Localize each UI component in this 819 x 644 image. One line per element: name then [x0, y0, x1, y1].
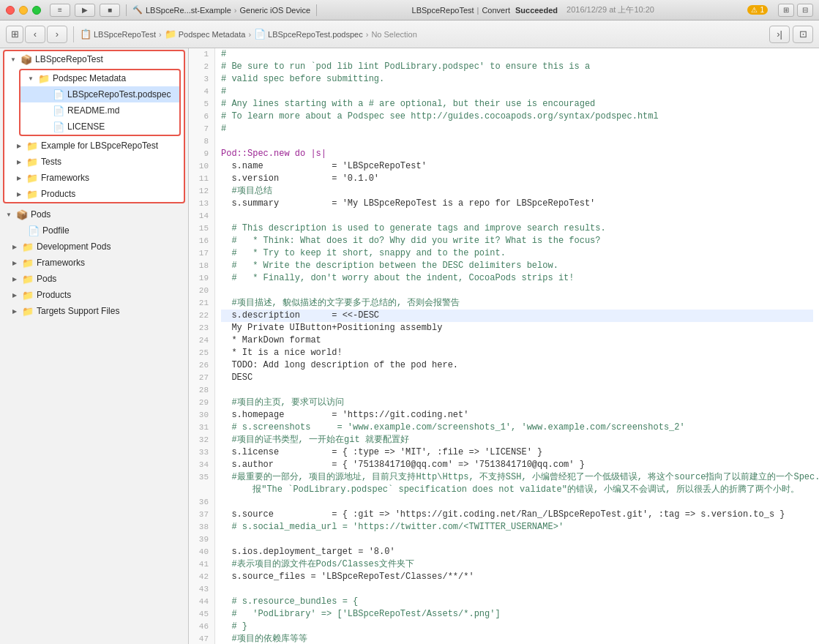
- right-panel-button[interactable]: ›|: [769, 26, 790, 43]
- code-line: 报"The `PodLibrary.podspec` specification…: [221, 484, 813, 496]
- code-line: * MarkDown format: [221, 334, 813, 347]
- pods2-label: Pods: [37, 274, 56, 284]
- products1-label: Products: [41, 189, 75, 199]
- code-line: [221, 285, 813, 297]
- products1-icon: 📁: [26, 189, 38, 200]
- breadcrumb-sep2: ›: [248, 30, 251, 39]
- code-line: #项目的主页, 要求可以访问: [221, 397, 813, 409]
- code-line: # s.social_media_url = 'https://twitter.…: [221, 521, 813, 533]
- inspector-panel-button[interactable]: ⊡: [793, 26, 813, 43]
- sidebar-item-podspec-file[interactable]: 📄 LBSpceRepoTest.podspec: [20, 86, 179, 102]
- nav-buttons[interactable]: ⊞ ‹ ›: [6, 26, 67, 43]
- code-line: #: [221, 86, 813, 98]
- file-icon: 📄: [254, 29, 266, 40]
- disclosure-pods2[interactable]: [10, 274, 19, 283]
- sidebar-toggle-button[interactable]: ≡: [50, 4, 70, 17]
- stop-button[interactable]: ■: [100, 4, 120, 17]
- disclosure-products1[interactable]: [15, 190, 23, 198]
- tests-folder-icon: 📁: [26, 157, 38, 168]
- code-line: s.license = { :type => 'MIT', :file => '…: [221, 446, 813, 459]
- breadcrumb-file[interactable]: 📄 LBSpceRepoTest.podspec: [254, 29, 363, 40]
- root-project-group: 📦 LBSpceRepoTest 📁 Podspec Metadata 📄 LB…: [3, 50, 185, 203]
- breadcrumb-sep1: ›: [159, 30, 162, 39]
- run-button[interactable]: ▶: [75, 4, 95, 17]
- warning-badge[interactable]: ⚠ 1: [747, 5, 768, 15]
- disclosure-podspec-meta[interactable]: [26, 74, 35, 83]
- sidebar-item-frameworks1[interactable]: 📁 Frameworks: [4, 170, 184, 186]
- code-line: DESC: [221, 372, 813, 384]
- pods-root-label: Pods: [31, 209, 51, 220]
- sidebar-item-example[interactable]: 📁 Example for LBSpceRepoTest: [4, 138, 184, 154]
- pods2-icon: 📁: [22, 274, 34, 285]
- code-line: #项目的依赖库等等: [221, 633, 813, 644]
- sidebar-item-readme[interactable]: 📄 README.md: [20, 102, 179, 119]
- minimize-button[interactable]: [19, 6, 28, 15]
- sidebar-item-podspec-metadata[interactable]: 📁 Podspec Metadata: [20, 70, 179, 86]
- code-line: # This description is used to generate t…: [221, 222, 813, 235]
- code-line: #最重要的一部分, 项目的源地址, 目前只支持Http\Https, 不支持SS…: [221, 471, 813, 484]
- tests-label: Tests: [41, 157, 61, 167]
- separator2: [316, 4, 317, 16]
- disclosure-dev-pods[interactable]: [10, 242, 19, 251]
- code-line: # To learn more about a Podspec see http…: [221, 111, 813, 123]
- breadcrumb-scheme[interactable]: 📋 LBSpceRepoTest: [80, 29, 156, 40]
- readme-icon: 📄: [53, 105, 64, 116]
- close-button[interactable]: [6, 6, 15, 15]
- sidebar-item-tests[interactable]: 📁 Tests: [4, 154, 184, 170]
- back-button[interactable]: ‹: [25, 26, 45, 43]
- inspector-toggle[interactable]: ⊟: [797, 4, 813, 17]
- project-scheme-info: 🔨 LBSpceRe...st-Example › Generic iOS De…: [132, 5, 310, 15]
- titlebar: ≡ ▶ ■ 🔨 LBSpceRe...st-Example › Generic …: [0, 0, 819, 20]
- sidebar-item-dev-pods[interactable]: 📁 Development Pods: [0, 239, 188, 255]
- readme-label: README.md: [67, 105, 119, 116]
- line-numbers: 1234567891011121314151617181920212223242…: [189, 48, 215, 644]
- sidebar-item-license[interactable]: 📄 LICENSE: [20, 119, 179, 135]
- disclosure-targets[interactable]: [10, 307, 19, 315]
- code-editor[interactable]: 1234567891011121314151617181920212223242…: [189, 48, 819, 644]
- code-line: * It is a nice world!: [221, 347, 813, 359]
- frameworks2-label: Frameworks: [37, 258, 85, 268]
- folder-icon: 📁: [165, 29, 176, 40]
- code-line: [221, 496, 813, 509]
- code-lines[interactable]: ## Be sure to run `pod lib lint PodLibra…: [215, 48, 819, 644]
- sidebar-item-products1[interactable]: 📁 Products: [4, 186, 184, 202]
- pods-root-icon: 📦: [16, 209, 28, 220]
- breadcrumb-folder[interactable]: 📁 Podspec Metadata: [165, 29, 246, 40]
- code-line: s.source = { :git => 'https://git.coding…: [221, 509, 813, 521]
- code-line: # s.resource_bundles = {: [221, 596, 813, 608]
- code-line: # valid spec before submitting.: [221, 73, 813, 86]
- code-line: # * Try to keep it short, snappy and to …: [221, 247, 813, 260]
- build-status: LBSpceRepoTest | Convert Succeeded 2016/…: [323, 4, 743, 15]
- code-line: # * Write the description between the DE…: [221, 260, 813, 272]
- code-line: s.homepage = 'https://git.coding.net': [221, 409, 813, 422]
- code-line: s.version = '0.1.0': [221, 173, 813, 185]
- traffic-lights[interactable]: [6, 6, 41, 15]
- code-line: #: [221, 48, 813, 61]
- disclosure-example[interactable]: [15, 141, 23, 150]
- code-line: [221, 533, 813, 546]
- disclosure-tests[interactable]: [15, 157, 23, 166]
- sidebar-item-podfile[interactable]: 📄 Podfile: [0, 222, 188, 239]
- sidebar-item-pods-root[interactable]: 📦 Pods: [0, 206, 188, 222]
- code-line: s.description = <<-DESC: [221, 310, 813, 322]
- frameworks1-icon: 📁: [26, 173, 38, 184]
- project-icon: 📦: [20, 54, 32, 65]
- sidebar-item-products2[interactable]: 📁 Products: [0, 287, 188, 303]
- sidebar-item-frameworks2[interactable]: 📁 Frameworks: [0, 255, 188, 271]
- maximize-button[interactable]: [32, 6, 41, 15]
- sidebar-item-root[interactable]: 📦 LBSpceRepoTest: [4, 51, 184, 67]
- disclosure-root[interactable]: [9, 55, 18, 64]
- disclosure-frameworks2[interactable]: [10, 258, 19, 267]
- sidebar-item-targets[interactable]: 📁 Targets Support Files: [0, 303, 188, 319]
- grid-view-button[interactable]: ⊞: [6, 26, 23, 43]
- disclosure-products2[interactable]: [10, 291, 19, 299]
- sidebar-item-pods2[interactable]: 📁 Pods: [0, 271, 188, 287]
- forward-button[interactable]: ›: [47, 26, 67, 43]
- code-line: s.author = { '7513841710@qq.com' => '751…: [221, 459, 813, 471]
- disclosure-frameworks1[interactable]: [15, 173, 23, 182]
- navigator-toggle[interactable]: ⊞: [778, 4, 794, 17]
- code-line: #项目总结: [221, 185, 813, 198]
- code-line: [221, 384, 813, 397]
- code-line: #: [221, 123, 813, 135]
- disclosure-pods-root[interactable]: [4, 210, 13, 219]
